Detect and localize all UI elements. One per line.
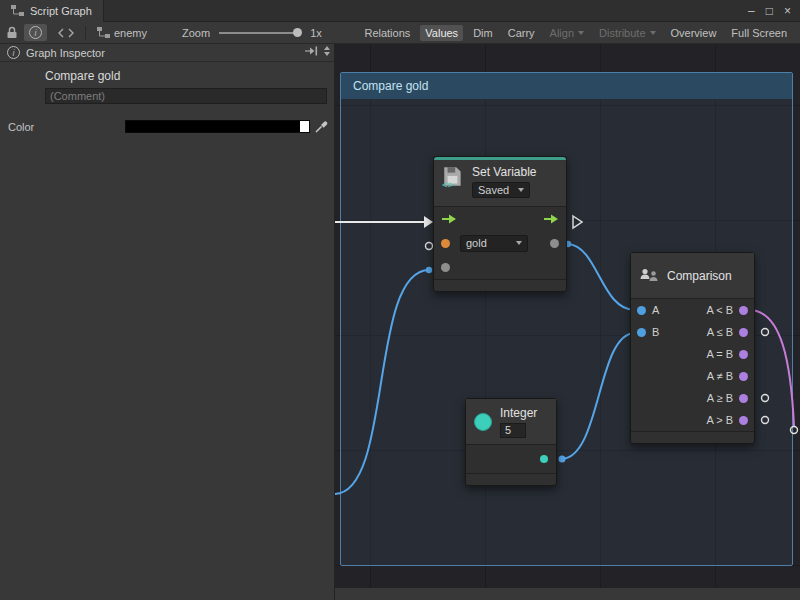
graph-reference-item[interactable]: enemy — [92, 25, 152, 41]
distribute-dropdown-button[interactable]: Distribute — [594, 25, 660, 41]
svg-text:<>: <> — [442, 179, 454, 189]
lock-icon[interactable] — [6, 26, 18, 39]
graph-asset-icon — [97, 27, 110, 38]
port-row: A = B — [631, 343, 754, 365]
output-ne-label: A ≠ B — [707, 370, 733, 382]
relations-button[interactable]: Relations — [359, 25, 415, 41]
tab-title: Script Graph — [30, 5, 92, 17]
code-view-button[interactable] — [53, 26, 79, 40]
node-title: Comparison — [667, 269, 732, 283]
chevron-up-icon — [324, 46, 330, 50]
output-eq-label: A = B — [706, 348, 733, 360]
port-assign-value-in[interactable] — [441, 263, 450, 272]
align-dropdown-button[interactable]: Align — [545, 25, 589, 41]
output-lt-label: A < B — [706, 304, 733, 316]
info-icon — [7, 46, 20, 59]
port-output-lt[interactable] — [739, 306, 748, 315]
graph-inspector-title: Graph Inspector — [26, 47, 105, 59]
chevron-down-icon — [650, 31, 656, 35]
integer-header[interactable]: Integer 5 — [466, 399, 556, 445]
maximize-button[interactable]: □ — [766, 4, 773, 18]
save-variable-icon: <> — [441, 165, 465, 189]
node-integer[interactable]: Integer 5 — [465, 398, 557, 486]
node-set-variable[interactable]: <> Set Variable Saved — [433, 156, 567, 292]
dock-icon[interactable] — [305, 46, 318, 56]
zoom-slider[interactable] — [219, 32, 301, 34]
graph-inspector-header: Graph Inspector — [0, 44, 334, 62]
comparison-icon — [640, 268, 660, 283]
zoom-value: 1x — [310, 27, 322, 39]
input-b-label: B — [652, 326, 659, 338]
window-controls: – □ × — [748, 4, 800, 18]
node-comparison[interactable]: Comparison A A < B B A ≤ B A = B A ≠ B — [630, 252, 755, 444]
port-value-out[interactable] — [550, 239, 559, 248]
fullscreen-button[interactable]: Full Screen — [726, 25, 792, 41]
panel-spinner-control[interactable] — [324, 46, 330, 56]
zoom-slider-handle[interactable] — [293, 28, 302, 37]
port-output-ne[interactable] — [739, 372, 748, 381]
inspected-graph-name: Compare gold — [45, 69, 120, 83]
comparison-body: A A < B B A ≤ B A = B A ≠ B A ≥ B — [631, 299, 754, 431]
variable-name-dropdown[interactable]: gold — [460, 235, 528, 252]
output-gt-label: A > B — [706, 414, 733, 426]
toolbar-right-group: Relations Values Dim Carry Align Distrib… — [359, 25, 794, 41]
carry-button[interactable]: Carry — [503, 25, 540, 41]
port-output-eq[interactable] — [739, 350, 748, 359]
color-label: Color — [8, 121, 34, 133]
port-output-gt[interactable] — [739, 416, 748, 425]
port-row: A A < B — [631, 299, 754, 321]
output-le-label: A ≤ B — [707, 326, 733, 338]
port-row: A > B — [631, 409, 754, 431]
align-label: Align — [550, 27, 574, 39]
port-output-ge[interactable] — [739, 394, 748, 403]
integer-value: 5 — [505, 424, 511, 436]
comment-input[interactable] — [45, 88, 327, 104]
toolbar-separator — [85, 26, 86, 40]
integer-value-input[interactable]: 5 — [500, 423, 526, 438]
node-footer — [434, 279, 566, 291]
overview-button[interactable]: Overview — [666, 25, 722, 41]
port-input-b[interactable] — [637, 328, 646, 337]
flow-out-arrow-icon[interactable] — [543, 213, 559, 225]
group-header[interactable]: Compare gold — [341, 73, 792, 99]
comparison-header[interactable]: Comparison — [631, 253, 754, 299]
chevron-down-icon — [518, 188, 524, 192]
port-input-a[interactable] — [637, 306, 646, 315]
chevron-down-icon — [578, 31, 584, 35]
color-field[interactable] — [125, 120, 310, 133]
variable-name-value: gold — [466, 237, 487, 249]
node-footer — [466, 473, 556, 485]
flow-port-row — [434, 207, 566, 231]
eyedropper-icon[interactable] — [315, 120, 328, 133]
code-icon — [58, 28, 74, 38]
variable-scope-value: Saved — [478, 184, 509, 196]
set-variable-body: gold — [434, 207, 566, 279]
port-output-le[interactable] — [739, 328, 748, 337]
assign-value-row — [434, 255, 566, 279]
flow-in-arrow-icon[interactable] — [441, 213, 457, 225]
inspector-toggle-button[interactable] — [24, 24, 47, 41]
script-graph-icon — [11, 5, 24, 16]
values-button[interactable]: Values — [420, 25, 463, 41]
graph-inspector-panel: Graph Inspector Compare gold Color — [0, 44, 335, 600]
close-button[interactable]: × — [784, 4, 791, 18]
tab-script-graph[interactable]: Script Graph — [0, 0, 104, 22]
dim-button[interactable]: Dim — [468, 25, 498, 41]
info-icon — [29, 26, 42, 39]
graph-toolbar: enemy Zoom 1x Relations Values Dim Carry… — [0, 22, 800, 44]
integer-output-row — [466, 445, 556, 473]
port-row: A ≥ B — [631, 387, 754, 409]
port-variable-name[interactable] — [441, 239, 450, 248]
chevron-down-icon — [516, 241, 522, 245]
graph-reference-label: enemy — [114, 27, 147, 39]
graph-canvas[interactable]: Compare gold <> Set Variable — [335, 44, 800, 588]
minimize-button[interactable]: – — [748, 4, 755, 18]
port-integer-out[interactable] — [540, 455, 548, 463]
node-title: Integer — [500, 406, 537, 420]
input-a-label: A — [652, 304, 659, 316]
set-variable-header[interactable]: <> Set Variable Saved — [434, 160, 566, 207]
zoom-label: Zoom — [182, 27, 210, 39]
port-row: A ≠ B — [631, 365, 754, 387]
variable-scope-dropdown[interactable]: Saved — [472, 182, 530, 198]
variable-name-row: gold — [434, 231, 566, 255]
